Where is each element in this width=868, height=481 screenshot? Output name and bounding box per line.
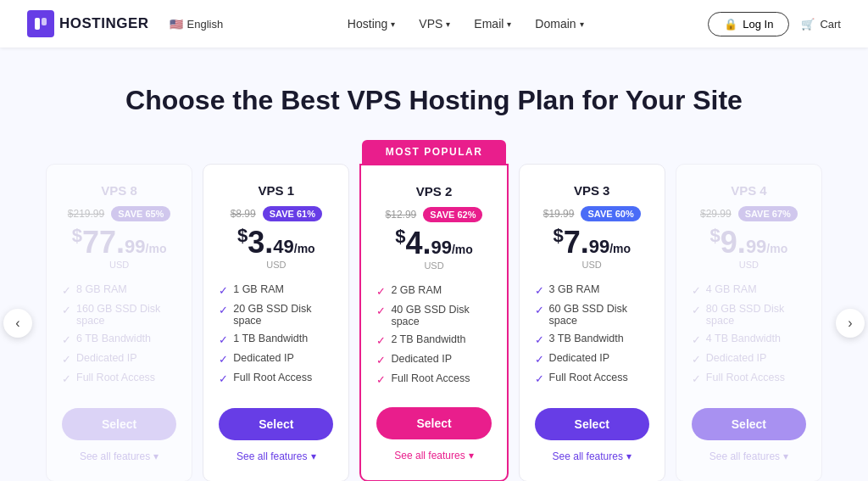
svg-rect-1 (42, 18, 47, 25)
chevron-down-icon: ▾ (446, 20, 450, 29)
per-mo: /mo (766, 242, 787, 255)
plan-card-vps4: VPS 4 $29.99 SAVE 67% $9.99/mo USD ✓4 GB… (676, 164, 822, 481)
usd-label: USD (535, 260, 649, 270)
lock-icon: 🔒 (724, 18, 737, 31)
plan-name: VPS 3 (535, 183, 649, 198)
feature-list: ✓2 GB RAM ✓40 GB SSD Disk space ✓2 TB Ba… (376, 284, 491, 392)
dollar-sign: $ (553, 225, 563, 246)
chevron-down-icon: ▾ (783, 450, 788, 462)
per-mo: /mo (452, 243, 473, 256)
nav-vps[interactable]: VPS ▾ (419, 17, 450, 31)
plan-name: VPS 8 (62, 183, 176, 198)
header: HOSTINGER 🇺🇸 English Hosting ▾ VPS ▾ Ema… (0, 0, 868, 48)
plans-wrapper: ‹ VPS 8 $219.99 SAVE 65% $77.99/mo USD ✓… (0, 164, 868, 481)
check-icon: ✓ (376, 334, 386, 347)
chevron-down-icon: ▾ (507, 20, 511, 29)
select-button[interactable]: Select (376, 407, 491, 439)
select-button[interactable]: Select (692, 408, 806, 440)
original-price: $12.99 (386, 209, 417, 221)
per-mo: /mo (146, 242, 167, 255)
main-price: $3.49/mo (219, 227, 333, 258)
check-icon: ✓ (62, 304, 71, 316)
chevron-down-icon: ▾ (311, 450, 316, 462)
original-price: $8.99 (231, 208, 256, 220)
select-button[interactable]: Select (535, 408, 649, 440)
price-row: $29.99 SAVE 67% (692, 206, 806, 221)
page-title: Choose the Best VPS Hosting Plan for You… (0, 85, 868, 116)
main-price: $4.99/mo (376, 227, 491, 259)
check-icon: ✓ (535, 353, 544, 366)
nav-domain[interactable]: Domain ▾ (535, 17, 583, 31)
main-nav: Hosting ▾ VPS ▾ Email ▾ Domain ▾ (348, 17, 584, 31)
language-selector[interactable]: 🇺🇸 English (170, 18, 224, 31)
header-actions: 🔒 Log In 🛒 Cart (708, 12, 841, 36)
check-icon: ✓ (692, 372, 701, 385)
see-features-link[interactable]: See all features ▾ (535, 450, 649, 462)
list-item: ✓Full Root Access (376, 372, 491, 386)
logo-area: HOSTINGER 🇺🇸 English (27, 10, 223, 37)
popular-badge-row: MOST POPULAR (0, 140, 868, 164)
check-icon: ✓ (62, 372, 71, 385)
login-button[interactable]: 🔒 Log In (708, 12, 789, 36)
main-price: $7.99/mo (535, 227, 649, 258)
check-icon: ✓ (219, 284, 228, 297)
list-item: ✓Full Root Access (535, 372, 649, 385)
check-icon: ✓ (376, 373, 386, 386)
feature-list: ✓1 GB RAM ✓20 GB SSD Disk space ✓1 TB Ba… (219, 283, 333, 393)
price-row: $8.99 SAVE 61% (219, 206, 333, 221)
logo-text: HOSTINGER (59, 15, 149, 32)
see-features-link[interactable]: See all features ▾ (376, 450, 491, 461)
check-icon: ✓ (219, 353, 228, 366)
next-arrow-button[interactable]: › (836, 309, 865, 338)
list-item: ✓8 GB RAM (62, 283, 176, 297)
check-icon: ✓ (219, 372, 228, 385)
plan-card-vps3: VPS 3 $19.99 SAVE 60% $7.99/mo USD ✓3 GB… (519, 164, 665, 481)
cart-icon: 🛒 (801, 18, 815, 31)
cart-button[interactable]: 🛒 Cart (801, 18, 841, 31)
nav-hosting[interactable]: Hosting ▾ (348, 17, 395, 31)
list-item: ✓Dedicated IP (219, 352, 333, 366)
usd-label: USD (376, 260, 491, 271)
left-arrow-icon: ‹ (15, 316, 19, 331)
popular-badge: MOST POPULAR (362, 140, 507, 164)
list-item: ✓60 GB SSD Disk space (535, 303, 649, 327)
select-button[interactable]: Select (62, 408, 176, 440)
see-features-link[interactable]: See all features ▾ (62, 450, 176, 462)
price-row: $19.99 SAVE 60% (535, 206, 649, 221)
check-icon: ✓ (692, 304, 701, 316)
original-price: $19.99 (543, 208, 575, 220)
dollar-sign: $ (710, 225, 721, 246)
chevron-down-icon: ▾ (391, 20, 395, 29)
list-item: ✓Full Root Access (62, 372, 176, 385)
list-item: ✓3 TB Bandwidth (535, 333, 649, 346)
see-features-link[interactable]: See all features ▾ (692, 450, 806, 462)
save-badge: SAVE 62% (423, 207, 482, 222)
list-item: ✓80 GB SSD Disk space (692, 303, 806, 327)
check-icon: ✓ (535, 333, 544, 346)
chevron-down-icon: ▾ (626, 450, 632, 462)
list-item: ✓Dedicated IP (376, 353, 491, 366)
check-icon: ✓ (62, 284, 71, 297)
plan-card-vps2: VPS 2 $12.99 SAVE 62% $4.99/mo USD ✓2 GB… (359, 164, 508, 481)
select-button[interactable]: Select (219, 408, 333, 440)
svg-rect-0 (35, 18, 40, 30)
dollar-sign: $ (237, 225, 248, 246)
plan-name: VPS 4 (692, 183, 806, 198)
check-icon: ✓ (219, 304, 228, 316)
main-price: $9.99/mo (692, 227, 806, 258)
see-features-link[interactable]: See all features ▾ (219, 450, 333, 462)
check-icon: ✓ (376, 305, 386, 317)
feature-list: ✓8 GB RAM ✓160 GB SSD Disk space ✓6 TB B… (62, 283, 176, 393)
prev-arrow-button[interactable]: ‹ (3, 309, 32, 338)
plan-card-vps1: VPS 1 $8.99 SAVE 61% $3.49/mo USD ✓1 GB … (203, 164, 349, 481)
right-arrow-icon: › (848, 316, 852, 331)
list-item: ✓Dedicated IP (62, 352, 176, 366)
list-item: ✓1 TB Bandwidth (219, 333, 333, 346)
usd-label: USD (219, 260, 333, 270)
nav-email[interactable]: Email ▾ (474, 17, 511, 31)
usd-label: USD (692, 260, 806, 270)
plan-name: VPS 1 (219, 183, 333, 198)
list-item: ✓4 GB RAM (692, 283, 806, 297)
plans-container: VPS 8 $219.99 SAVE 65% $77.99/mo USD ✓8 … (41, 164, 827, 481)
chevron-down-icon: ▾ (153, 450, 159, 462)
